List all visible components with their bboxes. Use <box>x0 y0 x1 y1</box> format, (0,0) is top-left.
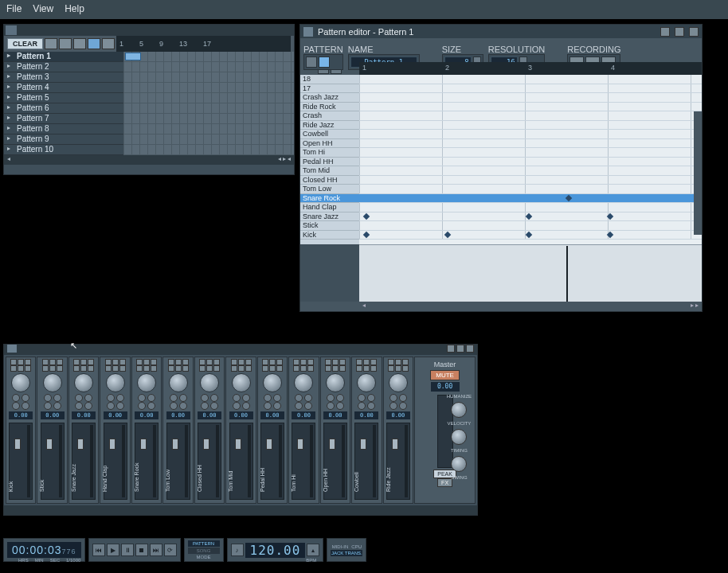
send-knob-2[interactable] <box>53 394 61 402</box>
edit-button[interactable] <box>10 365 17 372</box>
play-sample-button[interactable] <box>73 359 80 365</box>
note-grid[interactable] <box>359 75 702 244</box>
send-knob-1[interactable] <box>295 394 303 402</box>
solo-button[interactable] <box>182 359 189 365</box>
pattern-name[interactable]: Pattern 2 <box>4 62 123 72</box>
pattern-row[interactable]: Pattern 8 <box>4 124 294 134</box>
bypass-button[interactable] <box>245 365 252 372</box>
mute-button[interactable] <box>206 359 213 365</box>
send-knob-4[interactable] <box>116 402 124 410</box>
bypass-button[interactable] <box>307 365 314 372</box>
pattern-grid[interactable] <box>123 134 294 145</box>
note[interactable] <box>526 212 532 219</box>
nav-left-icon[interactable]: ◂ <box>7 155 10 165</box>
bypass-button[interactable] <box>370 365 377 372</box>
mute-button[interactable] <box>269 359 276 365</box>
fx-button[interactable] <box>332 365 339 372</box>
velocity-knob[interactable] <box>451 402 467 418</box>
send-knob-2[interactable] <box>367 394 375 402</box>
pattern-row[interactable]: Pattern 6 <box>4 103 294 114</box>
play-sample-button[interactable] <box>10 359 17 365</box>
send-knob-1[interactable] <box>358 394 366 402</box>
fx-button[interactable] <box>18 365 24 372</box>
edit-button[interactable] <box>262 365 268 372</box>
menu-file[interactable]: File <box>6 3 22 16</box>
fx-button[interactable] <box>80 365 87 372</box>
send-knob-4[interactable] <box>179 402 187 410</box>
instrument-row[interactable]: Crash <box>300 111 359 121</box>
mute-button[interactable] <box>395 359 401 365</box>
edit-button[interactable] <box>293 365 299 372</box>
pan-knob[interactable] <box>263 373 282 392</box>
pattern-name[interactable]: Pattern 7 <box>4 114 123 124</box>
tool-button-5[interactable] <box>102 38 115 49</box>
send-knob-3[interactable] <box>327 402 335 410</box>
pattern-row[interactable]: Pattern 9 <box>4 134 294 145</box>
forward-button[interactable]: ⏭ <box>150 544 162 556</box>
fader-cap[interactable] <box>14 439 21 450</box>
tool-button-2[interactable] <box>59 38 72 49</box>
play-button[interactable]: ▶ <box>107 544 119 556</box>
send-knob-2[interactable] <box>147 394 155 402</box>
instrument-row[interactable]: Snare Rock <box>300 194 359 204</box>
send-knob-3[interactable] <box>233 402 241 410</box>
pan-knob[interactable] <box>357 373 376 392</box>
send-knob-2[interactable] <box>84 394 92 402</box>
pattern-grid[interactable] <box>123 124 294 134</box>
fx-button[interactable] <box>112 365 119 372</box>
pattern-row[interactable]: Pattern 5 <box>4 93 294 103</box>
note-row[interactable] <box>359 221 702 231</box>
pan-knob[interactable] <box>294 373 313 392</box>
fader-cap[interactable] <box>77 439 84 450</box>
note-row[interactable] <box>359 194 702 204</box>
song-mode[interactable]: SONG <box>188 548 220 554</box>
send-knob-2[interactable] <box>116 394 124 402</box>
fx-button[interactable] <box>300 365 307 372</box>
send-knob-4[interactable] <box>22 402 29 410</box>
bypass-button[interactable] <box>88 365 94 372</box>
pattern-name[interactable]: Pattern 10 <box>4 145 123 155</box>
solo-button[interactable] <box>402 359 409 365</box>
note[interactable] <box>363 212 370 219</box>
tool-button-1[interactable] <box>45 38 57 49</box>
play-sample-button[interactable] <box>136 359 143 365</box>
solo-button[interactable] <box>213 359 220 365</box>
solo-button[interactable] <box>276 359 283 365</box>
mixer-scrollbar[interactable] <box>4 505 477 515</box>
instrument-row[interactable]: Pedal HH <box>300 158 359 167</box>
fader-cap[interactable] <box>392 439 398 450</box>
minimize-button[interactable] <box>447 345 455 353</box>
fx-button[interactable] <box>49 365 56 372</box>
nav-markers[interactable]: ◂ ▸ ◂ <box>278 155 291 165</box>
fader-cap[interactable] <box>297 439 303 450</box>
send-knob-3[interactable] <box>138 402 146 410</box>
mute-button[interactable] <box>112 359 119 365</box>
send-knob-3[interactable] <box>12 402 20 410</box>
fx-button[interactable] <box>175 365 182 372</box>
mute-button[interactable] <box>300 359 307 365</box>
fader-cap[interactable] <box>46 439 53 450</box>
solo-button[interactable] <box>307 359 314 365</box>
fader-cap[interactable] <box>172 439 178 450</box>
instrument-row[interactable]: Crash Jazz <box>300 93 359 103</box>
edit-button[interactable] <box>325 365 331 372</box>
instrument-row[interactable]: Cowbell <box>300 130 359 139</box>
menu-help[interactable]: Help <box>65 3 84 16</box>
send-knob-1[interactable] <box>170 394 178 402</box>
note-row[interactable] <box>359 139 702 149</box>
pattern-name[interactable]: Pattern 5 <box>4 93 123 103</box>
solo-button[interactable] <box>245 359 252 365</box>
loop-button[interactable]: ⟳ <box>164 544 177 556</box>
instrument-row[interactable]: 18 <box>300 75 359 84</box>
instrument-row[interactable]: Snare Jazz <box>300 212 359 222</box>
mute-button[interactable] <box>363 359 370 365</box>
pattern-name[interactable]: Pattern 8 <box>4 124 123 134</box>
note-row[interactable] <box>359 75 702 84</box>
fx-button[interactable] <box>395 365 401 372</box>
pan-knob[interactable] <box>11 373 30 392</box>
song-ruler[interactable]: 1 5 9 13 17 <box>116 36 291 52</box>
send-knob-2[interactable] <box>179 394 187 402</box>
pattern-editor-titlebar[interactable]: Pattern editor - Pattern 1 <box>300 25 702 38</box>
vertical-scrollbar[interactable] <box>694 111 702 235</box>
play-sample-button[interactable] <box>168 359 174 365</box>
